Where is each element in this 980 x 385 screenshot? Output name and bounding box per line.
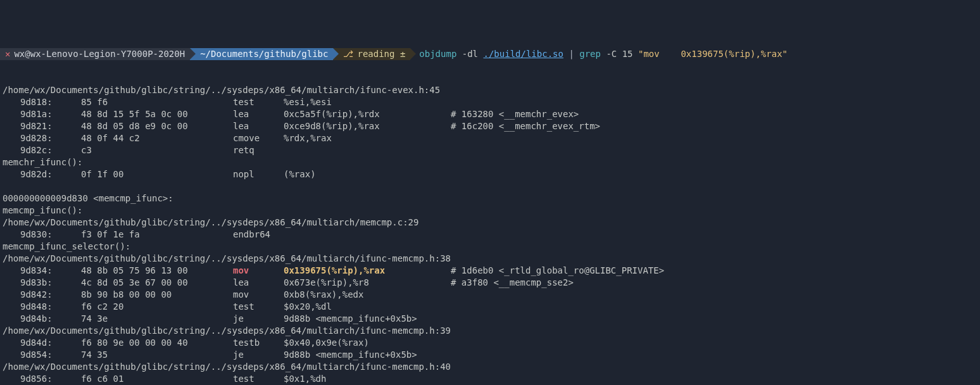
hex-bytes: f6 c2 20 bbox=[81, 301, 233, 313]
addr: 9d856: bbox=[3, 373, 81, 385]
mnemonic: test bbox=[233, 96, 284, 108]
cmd-grep: grep bbox=[579, 49, 601, 59]
mnemonic: nopl bbox=[233, 168, 284, 180]
mnemonic: lea bbox=[233, 108, 284, 120]
comment: # a3f80 <__memcmp_sse2> bbox=[451, 277, 574, 289]
addr: 9d82d: bbox=[3, 168, 81, 180]
hex-bytes: 74 35 bbox=[81, 349, 233, 361]
asm-line: 9d821:48 8d 05 d8 e9 0c 00lea0xce9d8(%ri… bbox=[3, 120, 977, 132]
operands: $0x40,0x9e(%rax) bbox=[284, 337, 451, 349]
addr: 9d84d: bbox=[3, 337, 81, 349]
addr: 9d830: bbox=[3, 229, 81, 241]
operands: (%rax) bbox=[284, 168, 451, 180]
operands: 0x673e(%rip),%r8 bbox=[284, 277, 451, 289]
command-text: objdump -dl ./build/libc.so | grep -C 15… bbox=[410, 48, 788, 60]
asm-line: 9d854:74 35je9d88b <memcmp_ifunc+0x5b> bbox=[3, 349, 977, 361]
addr: 9d842: bbox=[3, 289, 81, 301]
hex-bytes: 48 8d 15 5f 5a 0c 00 bbox=[81, 108, 233, 120]
addr: 9d84b: bbox=[3, 313, 81, 325]
mnemonic: je bbox=[233, 313, 284, 325]
hex-bytes: 48 8b 05 75 96 13 00 bbox=[81, 265, 233, 277]
branch-text: reading ± bbox=[357, 48, 405, 60]
operands: 0xb8(%rax),%edx bbox=[284, 289, 451, 301]
mnemonic: endbr64 bbox=[233, 229, 284, 241]
hex-bytes: 48 0f 44 c2 bbox=[81, 132, 233, 144]
mnemonic: cmove bbox=[233, 132, 284, 144]
asm-line: 9d82c:c3retq bbox=[3, 144, 977, 156]
comment: # 163280 <__memchr_evex> bbox=[451, 108, 579, 120]
operands: $0x20,%dl bbox=[284, 301, 451, 313]
asm-line: 9d828:48 0f 44 c2cmove%rdx,%rax bbox=[3, 132, 977, 144]
operands: 0x139675(%rip),%rax bbox=[284, 265, 451, 277]
source-line: /home/wx/Documents/github/glibc/string/.… bbox=[3, 361, 977, 373]
grep-pattern: "mov 0x139675(%rip),%rax" bbox=[638, 49, 788, 59]
mnemonic: mov bbox=[233, 265, 284, 277]
source-line: /home/wx/Documents/github/glibc/string/.… bbox=[3, 217, 977, 229]
asm-line: 9d82d:0f 1f 00nopl(%rax) bbox=[3, 168, 977, 180]
asm-line-highlighted: 9d834:48 8b 05 75 96 13 00mov0x139675(%r… bbox=[3, 265, 977, 277]
operands: %esi,%esi bbox=[284, 96, 451, 108]
mnemonic: test bbox=[233, 301, 284, 313]
shell-prompt[interactable]: ✕wx@wx-Lenovo-Legion-Y7000P-2020H ~/Docu… bbox=[0, 48, 980, 60]
operands: 9d88b <memcmp_ifunc+0x5b> bbox=[284, 349, 451, 361]
addr: 9d83b: bbox=[3, 277, 81, 289]
mnemonic: testb bbox=[233, 337, 284, 349]
operands: %rdx,%rax bbox=[284, 132, 451, 144]
asm-line: 9d84d:f6 80 9e 00 00 00 40testb$0x40,0x9… bbox=[3, 337, 977, 349]
source-line: memchr_ifunc(): bbox=[3, 156, 977, 168]
mnemonic: lea bbox=[233, 277, 284, 289]
asm-line: 9d83b:4c 8d 05 3e 67 00 00lea0x673e(%rip… bbox=[3, 277, 977, 289]
addr: 9d854: bbox=[3, 349, 81, 361]
addr: 9d828: bbox=[3, 132, 81, 144]
operands: 0xc5a5f(%rip),%rdx bbox=[284, 108, 451, 120]
hex-bytes: f3 0f 1e fa bbox=[81, 229, 233, 241]
mnemonic: lea bbox=[233, 120, 284, 132]
close-icon: ✕ bbox=[5, 48, 10, 60]
flag-dl: -dl bbox=[462, 49, 478, 59]
prompt-path-segment: ~/Documents/github/glibc bbox=[190, 48, 333, 60]
output-line bbox=[3, 180, 977, 192]
mnemonic: retq bbox=[233, 144, 284, 156]
addr: 9d848: bbox=[3, 301, 81, 313]
hex-bytes: c3 bbox=[81, 144, 233, 156]
addr: 9d82c: bbox=[3, 144, 81, 156]
prompt-host-segment: ✕wx@wx-Lenovo-Legion-Y7000P-2020H bbox=[0, 48, 190, 60]
hex-bytes: 8b 90 b8 00 00 00 bbox=[81, 289, 233, 301]
source-line: memcmp_ifunc_selector(): bbox=[3, 241, 977, 253]
hex-bytes: 4c 8d 05 3e 67 00 00 bbox=[81, 277, 233, 289]
mnemonic: mov bbox=[233, 289, 284, 301]
hex-bytes: f6 80 9e 00 00 00 40 bbox=[81, 337, 233, 349]
source-line: 000000000009d830 <memcmp_ifunc>: bbox=[3, 192, 977, 205]
host-text: wx@wx-Lenovo-Legion-Y7000P-2020H bbox=[14, 48, 185, 60]
operands: 9d88b <memcmp_ifunc+0x5b> bbox=[284, 313, 451, 325]
hex-bytes: 0f 1f 00 bbox=[81, 168, 233, 180]
addr: 9d81a: bbox=[3, 108, 81, 120]
hex-bytes: f6 c6 01 bbox=[81, 373, 233, 385]
asm-line: 9d84b:74 3eje9d88b <memcmp_ifunc+0x5b> bbox=[3, 313, 977, 325]
comment: # 1d6eb0 <_rtld_global_ro@GLIBC_PRIVATE> bbox=[451, 265, 664, 277]
asm-line: 9d848:f6 c2 20test$0x20,%dl bbox=[3, 301, 977, 313]
cmd-objdump: objdump bbox=[419, 49, 456, 59]
mnemonic: test bbox=[233, 373, 284, 385]
operands: $0x1,%dh bbox=[284, 373, 451, 385]
git-branch-icon: ⎇ bbox=[343, 48, 353, 60]
hex-bytes: 48 8d 05 d8 e9 0c 00 bbox=[81, 120, 233, 132]
addr: 9d834: bbox=[3, 265, 81, 277]
asm-line: 9d818:85 f6test%esi,%esi bbox=[3, 96, 977, 108]
asm-line: 9d842:8b 90 b8 00 00 00mov0xb8(%rax),%ed… bbox=[3, 289, 977, 301]
asm-line: 9d81a:48 8d 15 5f 5a 0c 00lea0xc5a5f(%ri… bbox=[3, 108, 977, 120]
addr: 9d821: bbox=[3, 120, 81, 132]
addr: 9d818: bbox=[3, 96, 81, 108]
arg-path: ./build/libc.so bbox=[484, 49, 563, 59]
prompt-branch-segment: ⎇reading ± bbox=[333, 48, 410, 60]
flag-c15: -C 15 bbox=[606, 49, 632, 59]
pipe: | bbox=[569, 49, 574, 59]
comment: # 16c200 <__memchr_evex_rtm> bbox=[451, 120, 600, 132]
terminal-output[interactable]: /home/wx/Documents/github/glibc/string/.… bbox=[0, 84, 980, 385]
asm-line: 9d856:f6 c6 01test$0x1,%dh bbox=[3, 373, 977, 385]
hex-bytes: 74 3e bbox=[81, 313, 233, 325]
operands: 0xce9d8(%rip),%rax bbox=[284, 120, 451, 132]
asm-line: 9d830:f3 0f 1e faendbr64 bbox=[3, 229, 977, 241]
source-line: /home/wx/Documents/github/glibc/string/.… bbox=[3, 253, 977, 265]
source-line: memcmp_ifunc(): bbox=[3, 205, 977, 217]
